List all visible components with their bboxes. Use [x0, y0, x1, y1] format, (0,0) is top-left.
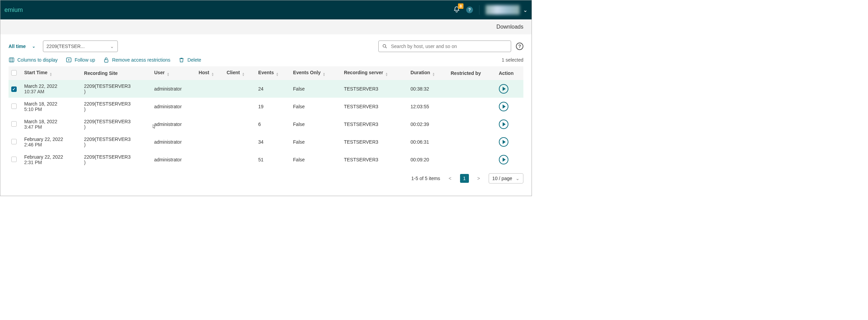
- search-input-wrap[interactable]: [378, 41, 511, 52]
- table-row[interactable]: March 18, 20225:10 PM2209(TESTSERVER3)ad…: [9, 98, 523, 115]
- select-all-checkbox[interactable]: [11, 70, 17, 76]
- table-row[interactable]: February 22, 20222:31 PM2209(TESTSERVER3…: [9, 151, 523, 169]
- app-title-fragment: emium: [4, 6, 23, 14]
- cell-restricted-by: [448, 115, 496, 133]
- unlock-icon: [103, 57, 109, 63]
- cell-events-only: False: [290, 80, 341, 98]
- sub-header: Downloads: [0, 19, 532, 34]
- chevron-down-icon: ⌄: [516, 176, 520, 181]
- cell-duration: 00:09:20: [408, 151, 448, 169]
- site-select[interactable]: 2209(TESTSER... ⌄: [43, 41, 118, 52]
- cell-host: [196, 80, 224, 98]
- row-checkbox[interactable]: [11, 86, 17, 92]
- page-size-label: 10 / page: [492, 176, 512, 181]
- col-recording-server[interactable]: Recording server▲▼: [341, 66, 408, 80]
- col-host[interactable]: Host▲▼: [196, 66, 224, 80]
- cell-recording-server: TESTSERVER3: [341, 115, 408, 133]
- cell-recording-server: TESTSERVER3: [341, 133, 408, 151]
- cell-restricted-by: [448, 151, 496, 169]
- play-button[interactable]: [499, 119, 508, 129]
- columns-label: Columns to display: [17, 57, 58, 63]
- chevron-down-icon: ⌄: [523, 7, 527, 13]
- top-header: emium 8 ? ⌄: [0, 0, 532, 19]
- play-button[interactable]: [499, 137, 508, 147]
- col-duration[interactable]: Duration▲▼: [408, 66, 448, 80]
- user-menu[interactable]: ⌄: [479, 5, 527, 15]
- cell-restricted-by: [448, 80, 496, 98]
- next-page-button[interactable]: >: [474, 174, 483, 183]
- context-help-button[interactable]: ?: [516, 43, 523, 50]
- remove-access-restrictions-button[interactable]: Remove access restrictions: [103, 57, 170, 63]
- row-checkbox[interactable]: [11, 157, 17, 162]
- filters-row: All time ⌄ 2209(TESTSER... ⌄ ?: [9, 41, 523, 52]
- site-select-value: 2209(TESTSER...: [47, 44, 85, 49]
- col-action: Action: [496, 66, 523, 80]
- svg-point-0: [383, 45, 386, 47]
- remove-restrictions-label: Remove access restrictions: [112, 57, 170, 63]
- delete-button[interactable]: Delete: [178, 57, 201, 63]
- col-events[interactable]: Events▲▼: [255, 66, 290, 80]
- cursor-pointer-icon: [151, 123, 157, 131]
- sort-icon: ▲▼: [167, 73, 170, 77]
- page-size-select[interactable]: 10 / page ⌄: [489, 173, 523, 183]
- header-right: 8 ? ⌄: [453, 5, 527, 15]
- downloads-link[interactable]: Downloads: [496, 24, 523, 30]
- col-client[interactable]: Client▲▼: [224, 66, 256, 80]
- columns-to-display-button[interactable]: Columns to display: [9, 57, 58, 63]
- cell-recording-site: 2209(TESTSERVER3): [81, 80, 152, 98]
- cell-events-only: False: [290, 151, 341, 169]
- sort-icon: ▲▼: [432, 73, 435, 77]
- play-button[interactable]: [499, 102, 508, 111]
- cell-user: administrator: [152, 115, 196, 133]
- follow-up-button[interactable]: Follow up: [66, 57, 95, 63]
- delete-label: Delete: [187, 57, 201, 63]
- prev-page-button[interactable]: <: [446, 174, 455, 183]
- table-row[interactable]: February 22, 20222:46 PM2209(TESTSERVER3…: [9, 133, 523, 151]
- help-button[interactable]: ?: [466, 6, 473, 13]
- cell-client: [224, 80, 256, 98]
- trash-icon: [178, 57, 185, 63]
- svg-line-1: [385, 47, 386, 48]
- chevron-down-icon: ⌄: [32, 44, 35, 49]
- sort-icon: ▲▼: [276, 73, 279, 77]
- cell-recording-site: 2209(TESTSERVER3): [81, 115, 152, 133]
- col-start-time[interactable]: Start Time▲▼: [21, 66, 81, 80]
- cell-events-only: False: [290, 115, 341, 133]
- cell-start-time: February 22, 20222:31 PM: [21, 151, 81, 169]
- sort-icon: ▲▼: [322, 73, 325, 77]
- play-button[interactable]: [499, 155, 508, 164]
- col-recording-site[interactable]: Recording Site: [81, 66, 152, 80]
- table-row[interactable]: March 18, 20223:47 PM2209(TESTSERVER3)ad…: [9, 115, 523, 133]
- cell-user: administrator: [152, 80, 196, 98]
- cell-recording-site: 2209(TESTSERVER3): [81, 133, 152, 151]
- svg-rect-7: [105, 60, 108, 62]
- search-input[interactable]: [391, 44, 507, 49]
- actions-row: Columns to display Follow up Remove acce…: [9, 57, 523, 63]
- col-restricted-by[interactable]: Restricted by: [448, 66, 496, 80]
- cell-restricted-by: [448, 98, 496, 115]
- cell-events: 51: [255, 151, 290, 169]
- cell-events: 6: [255, 115, 290, 133]
- sort-icon: ▲▼: [211, 73, 214, 77]
- followup-label: Follow up: [75, 57, 95, 63]
- col-user[interactable]: User▲▼: [152, 66, 196, 80]
- cell-start-time: March 18, 20225:10 PM: [21, 98, 81, 115]
- svg-rect-2: [9, 58, 14, 62]
- col-events-only[interactable]: Events Only▲▼: [290, 66, 341, 80]
- row-checkbox[interactable]: [11, 121, 17, 127]
- play-button[interactable]: [499, 84, 508, 94]
- table-row[interactable]: March 22, 202210:37 AM2209(TESTSERVER3)a…: [9, 80, 523, 98]
- row-checkbox[interactable]: [11, 139, 17, 144]
- cell-client: [224, 133, 256, 151]
- page-number-current[interactable]: 1: [460, 174, 469, 183]
- row-checkbox[interactable]: [11, 103, 17, 109]
- cell-recording-site: 2209(TESTSERVER3): [81, 151, 152, 169]
- user-name-redacted: [486, 5, 520, 15]
- notification-badge: 8: [458, 3, 463, 9]
- notifications-button[interactable]: 8: [453, 6, 460, 14]
- time-range-filter[interactable]: All time ⌄: [9, 44, 35, 49]
- time-range-label: All time: [9, 44, 26, 49]
- cell-events: 24: [255, 80, 290, 98]
- svg-marker-6: [68, 59, 70, 61]
- selected-count: 1 selected: [502, 57, 523, 63]
